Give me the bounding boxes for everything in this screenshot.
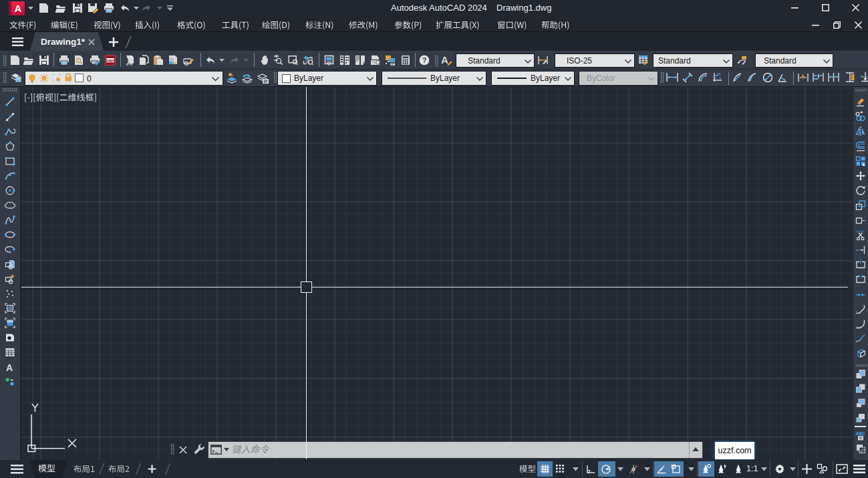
svg-text:DWF: DWF [106, 59, 115, 63]
svg-text:A: A [6, 362, 13, 373]
svg-text:?: ? [422, 56, 427, 64]
svg-text:Y: Y [719, 76, 722, 80]
svg-text:ABC: ABC [856, 431, 865, 436]
svg-text:A: A [441, 55, 448, 66]
